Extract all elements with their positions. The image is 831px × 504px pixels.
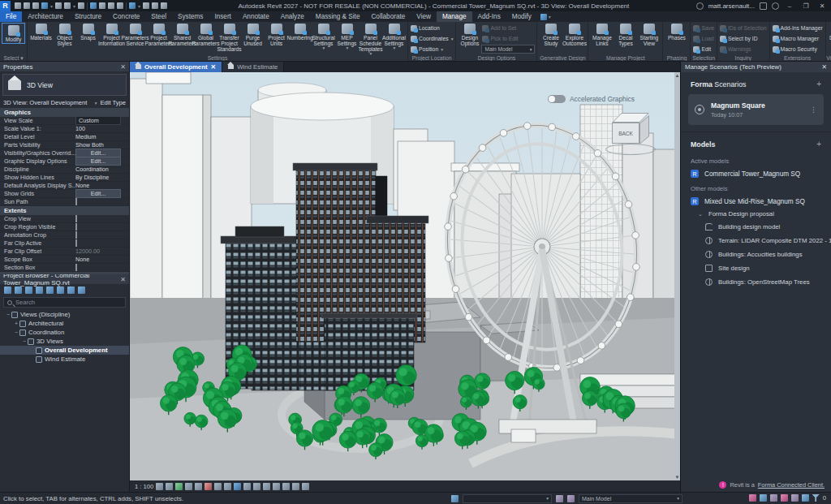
- search-input[interactable]: Search: [3, 297, 126, 308]
- checkbox[interactable]: [75, 239, 77, 247]
- checkbox[interactable]: [75, 231, 77, 239]
- manage-links-button[interactable]: Manage Links: [590, 23, 614, 46]
- default-3d-view-icon[interactable]: [129, 2, 136, 9]
- instance-selector[interactable]: 3D View: Overall Development: [3, 99, 91, 106]
- macro-manager-button[interactable]: Macro Manager: [772, 33, 824, 44]
- proposal-item[interactable]: Terrain: LIDAR Composite DTM 2022 - 1m: [681, 234, 831, 248]
- property-value[interactable]: [75, 198, 129, 205]
- detail-level-icon[interactable]: [156, 483, 163, 490]
- restore-button[interactable]: ❐: [800, 2, 812, 10]
- forma-connected-client-link[interactable]: Forma Connected Client.: [758, 481, 825, 489]
- expand-icon[interactable]: [36, 286, 43, 294]
- link-icon[interactable]: [78, 286, 85, 294]
- view-tab-wind-estimate[interactable]: Wind Estimate: [222, 62, 284, 72]
- expand-toggle[interactable]: −: [13, 330, 19, 335]
- revit-logo-icon[interactable]: R: [0, 1, 11, 11]
- type-selector[interactable]: 3D View: [2, 74, 127, 96]
- select-underlay-icon[interactable]: [781, 494, 788, 502]
- bim360-icon[interactable]: [302, 483, 309, 490]
- parameters-service-button[interactable]: Parameters Service: [123, 23, 147, 46]
- text-icon[interactable]: [108, 2, 114, 9]
- close-button[interactable]: ✕: [816, 2, 828, 10]
- viewport-3d[interactable]: Accelerated Graphics BACK: [130, 72, 680, 480]
- property-value[interactable]: Custom: [75, 116, 129, 125]
- lock-3d-icon[interactable]: [224, 483, 231, 490]
- tree-item-overall-development[interactable]: Overall Development: [0, 346, 129, 355]
- project-information-button[interactable]: Project Information: [100, 23, 123, 46]
- ribbon-tab-steel[interactable]: Steel: [145, 11, 172, 22]
- transfer-project-standards-button[interactable]: Transfer Project Standards: [217, 23, 241, 52]
- list-icon[interactable]: [15, 286, 22, 294]
- close-icon[interactable]: ✕: [821, 63, 827, 71]
- modify-button[interactable]: Modify: [2, 23, 25, 44]
- additional-settings-button[interactable]: Additional Settings▾: [382, 23, 406, 51]
- views-icon[interactable]: [46, 286, 54, 294]
- global-parameters-button[interactable]: Global Parameters: [194, 23, 217, 46]
- mep-settings-button[interactable]: MEP Settings▾: [335, 23, 359, 51]
- add-ins-manager-button[interactable]: Add-Ins Manager: [772, 23, 824, 33]
- sun-settings-icon[interactable]: [195, 483, 202, 490]
- property-value[interactable]: [75, 239, 129, 247]
- close-icon[interactable]: ✕: [120, 63, 126, 71]
- ribbon-tab-modify[interactable]: Modify: [506, 11, 537, 22]
- tag-icon[interactable]: [117, 2, 123, 9]
- expand-toggle[interactable]: −: [5, 312, 11, 317]
- chevron-down-icon[interactable]: ▾: [50, 3, 53, 9]
- select-by-id-button[interactable]: Select by ID: [719, 33, 768, 44]
- measure-icon[interactable]: [90, 2, 97, 9]
- editable-only-icon[interactable]: [556, 495, 563, 502]
- open-file-icon[interactable]: [24, 2, 30, 9]
- ribbon-tab-insert[interactable]: Insert: [209, 11, 236, 22]
- viewcube-compass[interactable]: [605, 144, 656, 155]
- redo-icon[interactable]: [64, 2, 71, 9]
- shadows-icon[interactable]: [185, 483, 192, 490]
- crop-region-icon[interactable]: [214, 483, 222, 490]
- dynamo-button[interactable]: Dynamo: [828, 23, 831, 41]
- ribbon-tab-structure[interactable]: Structure: [69, 11, 107, 22]
- snaps-button[interactable]: Snaps: [76, 23, 100, 41]
- structural-settings-button[interactable]: Structural Settings▾: [312, 23, 335, 51]
- visual-style-icon[interactable]: [166, 483, 173, 490]
- drag-on-selection-icon[interactable]: [791, 494, 799, 502]
- object-styles-button[interactable]: Object Styles: [53, 23, 76, 46]
- scroll-up-icon[interactable]: ▲: [674, 72, 680, 79]
- proposal-item[interactable]: Buildings: Accucities buildings: [681, 248, 831, 261]
- exclude-options-icon[interactable]: [749, 494, 756, 502]
- location-button[interactable]: Location: [410, 23, 454, 33]
- selection-filter-icon[interactable]: [812, 494, 820, 502]
- analytical-icon[interactable]: [263, 483, 270, 490]
- expand-toggle[interactable]: −: [21, 338, 28, 344]
- decal-types-button[interactable]: Decal Types: [614, 23, 637, 46]
- shared-parameters-button[interactable]: Shared Parameters: [170, 23, 194, 46]
- macro-security-button[interactable]: Macro Security: [772, 44, 824, 54]
- sun-path-icon[interactable]: [175, 483, 183, 490]
- edit-button[interactable]: Edit: [692, 44, 715, 54]
- view-scale-control[interactable]: 1 : 100: [135, 483, 153, 490]
- checkbox[interactable]: [75, 223, 77, 230]
- help-icon[interactable]: [772, 2, 779, 10]
- ribbon-tab-manage[interactable]: Manage: [437, 11, 472, 22]
- cart-icon[interactable]: [760, 2, 767, 10]
- add-scenario-button[interactable]: +: [816, 80, 821, 88]
- temporary-view-icon[interactable]: [253, 483, 260, 490]
- active-model-item[interactable]: RCommercial Tower_Magnum SQ: [681, 167, 831, 180]
- thin-lines-icon[interactable]: [152, 2, 158, 9]
- close-icon[interactable]: ✕: [120, 276, 126, 283]
- section-header-extents[interactable]: Extents: [0, 206, 129, 215]
- selection-toggle-icon[interactable]: [802, 494, 809, 502]
- add-model-button[interactable]: +: [816, 140, 821, 149]
- edit-linked-icon[interactable]: [760, 494, 767, 502]
- worksharing-icon[interactable]: [292, 483, 299, 490]
- minimize-button[interactable]: –: [784, 2, 795, 10]
- ribbon-tab-view[interactable]: View: [411, 11, 437, 22]
- ribbon-tab-concrete[interactable]: Concrete: [107, 11, 145, 22]
- ribbon-tab-architecture[interactable]: Architecture: [22, 11, 69, 22]
- constraints-icon[interactable]: [273, 483, 280, 490]
- viewcube[interactable]: BACK: [605, 111, 657, 157]
- collapse-icon[interactable]: [25, 286, 32, 294]
- property-value[interactable]: Edit...: [75, 157, 129, 166]
- home-icon[interactable]: [15, 2, 21, 9]
- explore-outcomes-button[interactable]: Explore Outcomes: [562, 23, 586, 46]
- ribbon-tab-annotate[interactable]: Annotate: [237, 11, 275, 22]
- scenario-card[interactable]: Magnum Square Today 10:07 ⋮: [688, 94, 824, 125]
